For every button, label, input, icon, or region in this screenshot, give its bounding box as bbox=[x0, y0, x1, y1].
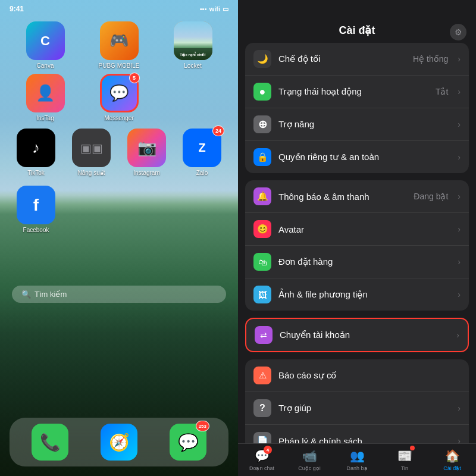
contacts-icon: 👥 bbox=[350, 449, 365, 463]
calls-icon: 📹 bbox=[302, 449, 317, 463]
status-icons: ▪▪▪ wifi ▭ bbox=[200, 5, 228, 13]
privacy-icon: 🔒 bbox=[253, 148, 271, 166]
settings-row-report[interactable]: ⚠ Báo cáo sự cố bbox=[245, 359, 469, 392]
chats-icon-wrap: 💬 4 bbox=[253, 447, 270, 464]
news-badge bbox=[410, 446, 415, 450]
messenger-label: Messenger bbox=[104, 115, 133, 121]
settings-header: Cài đặt ⚙ bbox=[238, 0, 476, 43]
instag-icon-img: 👤 bbox=[26, 74, 65, 112]
settings-row-dark-mode[interactable]: 🌙 Chế độ tối Hệ thống › bbox=[245, 43, 469, 76]
dock-messages[interactable]: 💬 253 bbox=[170, 424, 206, 461]
settings-row-media[interactable]: 🖼 Ảnh & file phương tiện › bbox=[245, 278, 469, 311]
news-icon-wrap: 📰 bbox=[396, 447, 413, 464]
status-time: 9:41 bbox=[10, 5, 24, 13]
transfer-icon: ⇄ bbox=[255, 326, 273, 344]
app-tiktok[interactable]: ♪ TikTok bbox=[12, 129, 60, 176]
privacy-chevron: › bbox=[458, 152, 461, 162]
settings-icon-wrap: 🏠 bbox=[444, 447, 461, 464]
calls-label: Cuộc gọi bbox=[298, 465, 321, 471]
tab-settings[interactable]: 🏠 Cài đặt bbox=[428, 447, 476, 471]
nangsuot-label: Năng suất bbox=[77, 170, 105, 176]
app-canva[interactable]: C Canva bbox=[12, 21, 79, 69]
app-nangsuot[interactable]: ▣▣ Năng suất bbox=[67, 129, 115, 176]
tiktok-label: TikTok bbox=[27, 170, 45, 176]
settings-row-help[interactable]: ? Trợ giúp › bbox=[245, 392, 469, 425]
dark-mode-chevron: › bbox=[458, 54, 461, 64]
pubg-icon-img: 🎮 bbox=[100, 21, 139, 60]
settings-row-accessibility[interactable]: ⊕ Trợ năng › bbox=[245, 108, 469, 141]
app-zalo[interactable]: Z 24 Zalo bbox=[178, 129, 226, 176]
app-instagram[interactable]: 📷 Instagram bbox=[123, 129, 171, 176]
tab-chats[interactable]: 💬 4 Đoạn chat bbox=[238, 447, 286, 471]
tab-contacts[interactable]: 👥 Danh bạ bbox=[333, 447, 381, 471]
zalo-label: Zalo bbox=[196, 170, 208, 176]
news-label: Tin bbox=[401, 465, 408, 471]
canva-icon-img: C bbox=[26, 21, 65, 60]
facebook-icon-img: f bbox=[17, 186, 55, 224]
active-status-chevron: › bbox=[458, 87, 461, 96]
settings-row-active-status[interactable]: ● Trạng thái hoạt động Tắt › bbox=[245, 76, 469, 108]
contacts-icon-wrap: 👥 bbox=[349, 447, 365, 464]
search-placeholder: Tìm kiếm bbox=[35, 290, 67, 299]
tab-news[interactable]: 📰 Tin bbox=[381, 447, 428, 471]
contacts-label: Danh bạ bbox=[346, 465, 367, 471]
news-icon: 📰 bbox=[397, 449, 412, 463]
search-icon: 🔍 bbox=[21, 290, 31, 299]
dark-mode-value: Hệ thống bbox=[413, 54, 448, 64]
app-messenger[interactable]: 💬 5 Messenger bbox=[86, 74, 152, 121]
search-bar[interactable]: 🔍 Tìm kiếm bbox=[12, 286, 226, 303]
ios-home-screen: 9:41 ▪▪▪ wifi ▭ C Canva 🎮 PUBG MOBILE bbox=[0, 0, 238, 476]
settings-section-1: 🌙 Chế độ tối Hệ thống › ● Trạng thái hoạ… bbox=[245, 43, 469, 173]
app-pubg[interactable]: 🎮 PUBG MOBILE bbox=[86, 21, 152, 69]
settings-panel: Cài đặt ⚙ 🌙 Chế độ tối Hệ thống › ● Trạn… bbox=[238, 0, 476, 476]
dock-phone[interactable]: 📞 bbox=[32, 424, 68, 461]
accessibility-icon: ⊕ bbox=[253, 115, 271, 133]
tiktok-icon-img: ♪ bbox=[17, 129, 55, 167]
app-grid-row1: C Canva 🎮 PUBG MOBILE Tiệc nghỉ chơi! Lo… bbox=[0, 15, 238, 71]
nangsuot-icon-img: ▣▣ bbox=[72, 129, 111, 167]
legal-icon: 📄 bbox=[253, 432, 271, 443]
transfer-label: Chuyển tài khoản bbox=[280, 330, 449, 340]
messenger-icon-img: 💬 5 bbox=[100, 74, 139, 112]
settings-row-avatar[interactable]: 😊 Avatar › bbox=[245, 213, 469, 246]
legal-label: Pháp lý & chính sách bbox=[278, 436, 450, 444]
pubg-label: PUBG MOBILE bbox=[99, 62, 140, 69]
settings-row-notifications[interactable]: 🔔 Thông báo & âm thanh Đang bật › bbox=[245, 180, 469, 213]
settings-tab-icon: 🏠 bbox=[445, 449, 460, 463]
avatar-icon: 😊 bbox=[253, 220, 271, 238]
spacer bbox=[159, 74, 226, 121]
app-instag[interactable]: 👤 InsTag bbox=[12, 74, 79, 121]
dock-safari[interactable]: 🧭 bbox=[101, 424, 137, 461]
dock: 📞 🧭 💬 253 bbox=[10, 418, 228, 466]
settings-gear-button[interactable]: ⚙ bbox=[450, 24, 466, 40]
facebook-label: Facebook bbox=[23, 227, 49, 233]
report-icon: ⚠ bbox=[253, 367, 271, 384]
settings-title: Cài đặt bbox=[339, 24, 375, 37]
tab-calls[interactable]: 📹 Cuộc gọi bbox=[286, 447, 333, 471]
dark-mode-label: Chế độ tối bbox=[278, 54, 406, 64]
app-facebook[interactable]: f Facebook bbox=[12, 186, 60, 233]
settings-row-transfer[interactable]: ⇄ Chuyển tài khoản › bbox=[246, 319, 468, 351]
zalo-icon-img: Z 24 bbox=[183, 129, 221, 167]
active-status-value: Tắt bbox=[436, 87, 448, 96]
locket-label: Locket bbox=[184, 62, 201, 69]
accessibility-label: Trợ năng bbox=[278, 119, 450, 130]
battery-icon: ▭ bbox=[223, 5, 228, 13]
settings-row-privacy[interactable]: 🔒 Quyền riêng tư & an toàn › bbox=[245, 141, 469, 173]
instagram-icon-img: 📷 bbox=[127, 129, 166, 167]
orders-chevron: › bbox=[458, 257, 461, 267]
help-chevron: › bbox=[458, 403, 461, 413]
app-locket[interactable]: Tiệc nghỉ chơi! Locket bbox=[159, 21, 226, 69]
media-chevron: › bbox=[458, 290, 461, 299]
help-label: Trợ giúp bbox=[278, 403, 450, 414]
tab-bar: 💬 4 Đoạn chat 📹 Cuộc gọi 👥 Danh bạ 📰 bbox=[238, 443, 476, 476]
instag-label: InsTag bbox=[36, 115, 54, 121]
safari-icon: 🧭 bbox=[101, 424, 137, 461]
wifi-icon: wifi bbox=[209, 5, 220, 12]
notifications-value: Đang bật bbox=[414, 192, 448, 201]
signal-icon: ▪▪▪ bbox=[200, 5, 207, 12]
settings-row-orders[interactable]: 🛍 Đơn đặt hàng › bbox=[245, 246, 469, 278]
gear-icon: ⚙ bbox=[455, 27, 462, 37]
settings-row-legal[interactable]: 📄 Pháp lý & chính sách › bbox=[245, 425, 469, 443]
active-status-icon: ● bbox=[253, 83, 271, 101]
